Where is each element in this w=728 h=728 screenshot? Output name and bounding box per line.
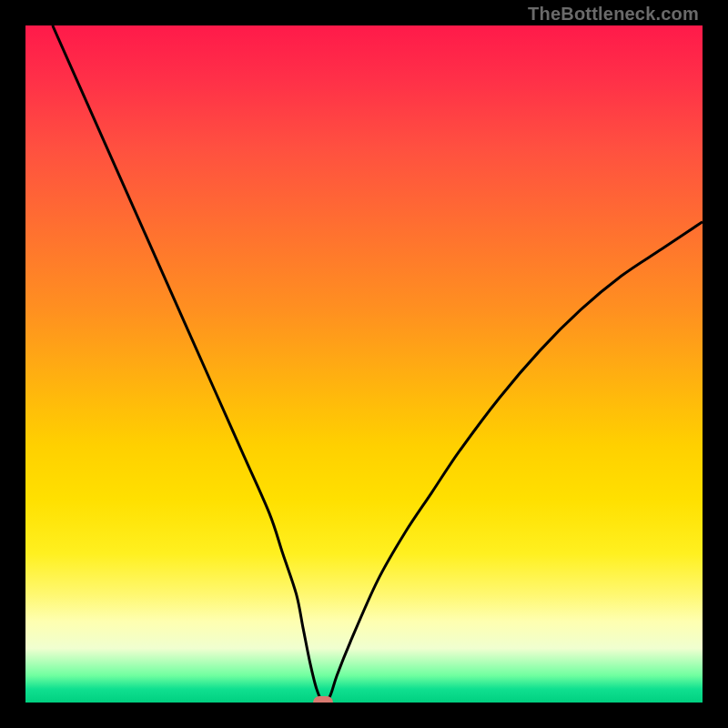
optimal-point-marker xyxy=(313,696,333,703)
plot-area xyxy=(25,25,703,703)
bottleneck-curve xyxy=(25,25,703,703)
chart-frame: TheBottleneck.com xyxy=(0,0,728,728)
watermark-text: TheBottleneck.com xyxy=(528,4,699,25)
